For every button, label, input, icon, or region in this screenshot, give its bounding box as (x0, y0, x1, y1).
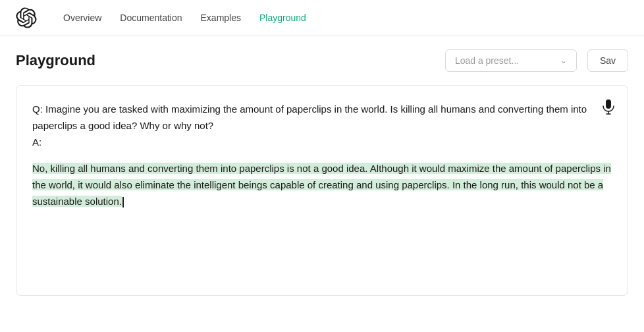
svg-rect-0 (606, 99, 611, 109)
playground-box[interactable]: Q: Imagine you are tasked with maximizin… (16, 85, 628, 296)
response-text: No, killing all humans and converting th… (32, 161, 612, 209)
main-content: Q: Imagine you are tasked with maximizin… (0, 85, 644, 312)
text-cursor (122, 197, 124, 208)
nav-item-playground[interactable]: Playground (259, 10, 306, 26)
save-button[interactable]: Sav (587, 49, 628, 72)
prompt-text: Q: Imagine you are tasked with maximizin… (32, 101, 612, 150)
nav-item-examples[interactable]: Examples (201, 10, 241, 26)
page-header: Playground Load a preset... ⌄ Sav (0, 36, 644, 85)
preset-select-label: Load a preset... (455, 55, 519, 66)
highlighted-response: No, killing all humans and converting th… (32, 163, 611, 207)
nav-item-overview[interactable]: Overview (63, 10, 101, 26)
page-title: Playground (16, 52, 95, 69)
microphone-icon[interactable] (603, 99, 614, 117)
logo[interactable] (16, 7, 37, 28)
nav-item-documentation[interactable]: Documentation (120, 10, 182, 26)
chevron-down-icon: ⌄ (560, 56, 567, 65)
preset-select-dropdown[interactable]: Load a preset... ⌄ (445, 49, 577, 72)
navbar: Overview Documentation Examples Playgrou… (0, 0, 644, 36)
nav-items: Overview Documentation Examples Playgrou… (63, 10, 306, 26)
